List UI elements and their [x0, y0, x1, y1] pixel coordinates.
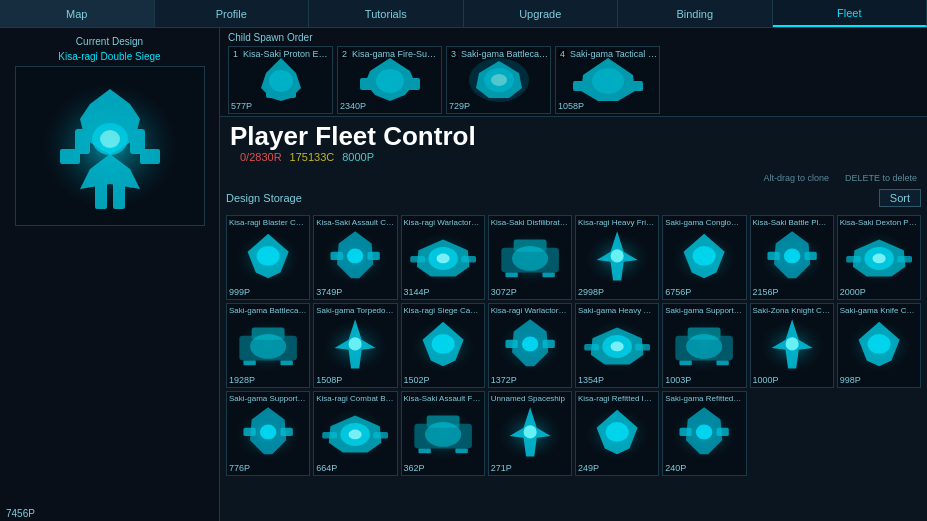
- ship-price-11: 1372P: [491, 375, 517, 385]
- current-ship-preview[interactable]: [15, 66, 205, 226]
- svg-point-94: [785, 337, 798, 350]
- svg-rect-16: [405, 78, 420, 90]
- top-navigation: Map Profile Tutorials Upgrade Binding Fl…: [0, 0, 927, 28]
- ship-price-7: 2000P: [840, 287, 866, 297]
- ship-name-19: Unnamed Spaceship: [491, 394, 569, 403]
- ship-price-5: 6756P: [665, 287, 691, 297]
- tab-map[interactable]: Map: [0, 0, 155, 27]
- svg-point-102: [260, 424, 276, 439]
- svg-rect-54: [767, 251, 779, 259]
- ship-card-14[interactable]: Saki-Zona Knight Corvertee 1000P: [750, 303, 834, 388]
- ship-name-1: Kisa-Saki Assault Cruiser: [316, 218, 394, 227]
- svg-point-39: [436, 253, 449, 263]
- svg-rect-55: [804, 251, 816, 259]
- ship-card-20[interactable]: Kisa-ragi Refitted Interceptor 249P: [575, 391, 659, 476]
- svg-point-10: [100, 130, 120, 148]
- spawn-ship-2[interactable]: 2 Kisa-gama Fire-Support Platform: [337, 46, 442, 114]
- svg-rect-100: [243, 427, 255, 435]
- ship-card-2[interactable]: Kisa-ragi Warlactory Carrier 3144P: [401, 215, 485, 300]
- spawn-ship-3[interactable]: 3 Saki-gama Battlecarrier: [446, 46, 551, 114]
- current-ship-svg: [16, 67, 204, 225]
- ship-price-0: 999P: [229, 287, 250, 297]
- ship-card-4[interactable]: Kisa-ragi Heavy Frigate 2998P: [575, 215, 659, 300]
- spawn-price-4: 1058P: [558, 101, 584, 111]
- svg-point-120: [606, 422, 629, 442]
- spawn-ships-container: Child Spawn Order 1 Kisa-Saki Proton Edi…: [228, 32, 919, 114]
- ship-card-5[interactable]: Saki-gama Conglomerate Supercarrier 6756…: [662, 215, 746, 300]
- svg-point-89: [686, 334, 722, 359]
- ship-card-17[interactable]: Kisa-ragi Combat Bomber 664P: [313, 391, 397, 476]
- svg-rect-114: [455, 448, 467, 453]
- svg-rect-105: [322, 431, 337, 438]
- ship-name-3: Kisa-Saki Disfilibrator Outpost: [491, 218, 569, 227]
- spawn-name-1: Kisa-Saki Proton Edition: [243, 49, 331, 59]
- spawn-ship-4[interactable]: 4 Saki-gama Tactical Bomber: [555, 46, 660, 114]
- svg-rect-8: [113, 179, 125, 209]
- spawn-ship-1[interactable]: 1 Kisa-Saki Proton Edition 577P: [228, 46, 333, 114]
- ship-card-21[interactable]: Saki-gama Refitted Strikecarft 240P: [662, 391, 746, 476]
- svg-rect-90: [680, 360, 692, 365]
- ship-card-16[interactable]: Saki-gama Support Fighter 776P: [226, 391, 310, 476]
- ship-name-10: Kisa-ragi Siege Cannon: [404, 306, 482, 315]
- ship-name-13: Saki-gama Support Freighter: [665, 306, 743, 315]
- svg-rect-60: [897, 255, 912, 262]
- tab-tutorials[interactable]: Tutorials: [309, 0, 464, 27]
- ship-card-9[interactable]: Saki-gama Torpedo Cruiser 1508P: [313, 303, 397, 388]
- ship-price-19: 271P: [491, 463, 512, 473]
- ship-card-15[interactable]: Saki-gama Knife Corvertee 998P: [837, 303, 921, 388]
- stat-green: 8000P: [342, 151, 374, 163]
- hints-row: Alt-drag to clone DELETE to delete: [220, 169, 927, 187]
- ship-price-15: 998P: [840, 375, 861, 385]
- stat-yellow: 175133C: [290, 151, 335, 163]
- fleet-stats: 0/2830R 175133C 8000P: [230, 149, 917, 165]
- design-storage-section[interactable]: Kisa-ragi Blaster Corvertee 999PKisa-Sak…: [220, 209, 927, 521]
- ship-card-8[interactable]: Saki-gama Battlecarrier 1928P: [226, 303, 310, 388]
- ship-name-6: Kisa-Saki Battle Platform: [753, 218, 831, 227]
- svg-point-48: [611, 249, 624, 262]
- ship-name-11: Kisa-ragi Warlactory Cruiser: [491, 306, 569, 315]
- ship-card-3[interactable]: Kisa-Saki Disfilibrator Outpost 3072P: [488, 215, 572, 300]
- ship-price-12: 1354P: [578, 375, 604, 385]
- svg-rect-101: [280, 427, 292, 435]
- svg-point-71: [349, 337, 362, 350]
- svg-rect-36: [410, 255, 425, 262]
- ship-card-6[interactable]: Kisa-Saki Battle Platform 2156P: [750, 215, 834, 300]
- svg-point-62: [872, 253, 885, 263]
- tab-profile[interactable]: Profile: [155, 0, 310, 27]
- ship-name-4: Kisa-ragi Heavy Frigate: [578, 218, 656, 227]
- ship-name-2: Kisa-ragi Warlactory Carrier: [404, 218, 482, 227]
- svg-rect-77: [505, 339, 517, 347]
- ship-price-4: 2998P: [578, 287, 604, 297]
- ship-card-19[interactable]: Unnamed Spaceship 271P: [488, 391, 572, 476]
- ship-card-0[interactable]: Kisa-ragi Blaster Corvertee 999P: [226, 215, 310, 300]
- ship-price-21: 240P: [665, 463, 686, 473]
- ship-name-5: Saki-gama Conglomerate Supercarrier: [665, 218, 743, 227]
- ship-card-7[interactable]: Kisa-Saki Dexton Platform 2000P: [837, 215, 921, 300]
- tab-upgrade[interactable]: Upgrade: [464, 0, 619, 27]
- svg-point-21: [491, 74, 507, 86]
- ship-card-11[interactable]: Kisa-ragi Warlactory Cruiser 1372P: [488, 303, 572, 388]
- sort-button[interactable]: Sort: [879, 189, 921, 207]
- ship-price-8: 1928P: [229, 375, 255, 385]
- spawn-number-3: 3: [449, 49, 458, 59]
- tab-fleet[interactable]: Fleet: [773, 0, 928, 27]
- svg-point-79: [522, 336, 538, 351]
- svg-rect-44: [505, 272, 517, 277]
- ship-name-18: Kisa-Saki Assault Fighter: [404, 394, 482, 403]
- svg-rect-59: [846, 255, 861, 262]
- ship-price-16: 776P: [229, 463, 250, 473]
- ship-card-13[interactable]: Saki-gama Support Freighter 1003P: [662, 303, 746, 388]
- ship-card-18[interactable]: Kisa-Saki Assault Fighter 362P: [401, 391, 485, 476]
- svg-rect-123: [680, 427, 692, 435]
- ship-name-14: Saki-Zona Knight Corvertee: [753, 306, 831, 315]
- svg-point-97: [867, 334, 890, 354]
- svg-point-13: [269, 70, 293, 92]
- ship-price-9: 1508P: [316, 375, 342, 385]
- ship-card-10[interactable]: Kisa-ragi Siege Cannon 1502P: [401, 303, 485, 388]
- tab-binding[interactable]: Binding: [618, 0, 773, 27]
- ship-name-15: Saki-gama Knife Corvertee: [840, 306, 918, 315]
- ship-price-13: 1003P: [665, 375, 691, 385]
- svg-rect-67: [243, 360, 255, 365]
- ship-card-12[interactable]: Saki-gama Heavy Destroyer Gaming 1354P: [575, 303, 659, 388]
- ship-card-1[interactable]: Kisa-Saki Assault Cruiser 3749P: [313, 215, 397, 300]
